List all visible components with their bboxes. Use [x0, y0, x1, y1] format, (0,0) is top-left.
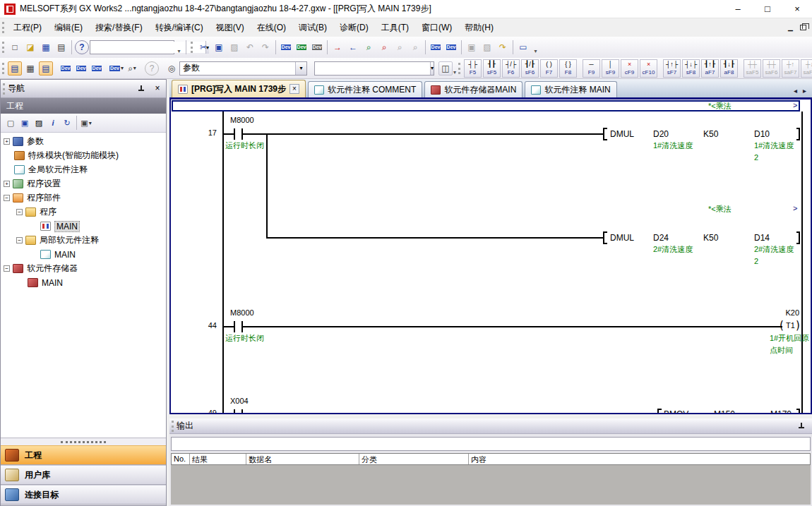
ladder-application-instruction-button[interactable]: { }F8	[559, 59, 577, 78]
ladder-op-result-rising-button[interactable]: ┼┼saF5	[744, 59, 761, 78]
ladder-delete-hline-button[interactable]: ×cF9	[621, 59, 638, 78]
refresh-icon[interactable]: ↻	[61, 116, 73, 129]
tree-item-global-comment[interactable]: 全局软元件注释	[14, 163, 88, 176]
read-from-plc-icon[interactable]: ←	[346, 40, 360, 54]
find-value-combo[interactable]: ▾	[314, 61, 434, 76]
open-contact-symbol[interactable]	[234, 321, 243, 332]
tree-item-program-setting[interactable]: +程序设置	[4, 177, 61, 191]
open-contact-symbol[interactable]	[234, 128, 243, 140]
pc-monitor-icon[interactable]: ▭	[516, 40, 530, 54]
toolbar-overflow-icon[interactable]: ▾	[174, 39, 184, 56]
comment-display-icon[interactable]: ▤	[39, 61, 53, 76]
instruction-operand[interactable]: D14	[754, 233, 770, 243]
device-on-icon[interactable]: Dev	[429, 40, 443, 54]
copy-icon[interactable]: ▣	[212, 40, 226, 54]
ladder-op-result-push-button[interactable]: ┼↓saF8	[801, 59, 812, 78]
minimize-button[interactable]: –	[723, 0, 753, 18]
column-no[interactable]: No.	[172, 454, 190, 464]
statement-selection-cursor[interactable]	[172, 100, 800, 112]
tab-comment[interactable]: 软元件注释 COMMENT	[308, 81, 422, 97]
menu-window[interactable]: 窗口(W)	[415, 19, 458, 37]
ladder-closed-contact-button[interactable]: ┤/├F6	[502, 59, 520, 78]
tab-device-memory-main[interactable]: 软元件存储器MAIN	[424, 81, 523, 97]
instruction-operand[interactable]: D10	[754, 129, 770, 139]
sort-icon[interactable]: ▣▾	[80, 116, 92, 129]
open-contact-symbol[interactable]	[234, 409, 243, 413]
device-display-icon[interactable]: Dev▾	[109, 61, 124, 76]
tab-comment-main[interactable]: 软元件注释 MAIN	[525, 81, 616, 97]
save-icon[interactable]: ▦	[39, 40, 53, 54]
column-data-name[interactable]: 数据名	[246, 454, 359, 464]
instruction-operand[interactable]: D24	[653, 233, 669, 243]
device-find-icon[interactable]: Dev	[59, 61, 73, 76]
tab-scroll-right-icon[interactable]: ▸	[803, 87, 806, 95]
mdi-restore-button[interactable]	[800, 25, 806, 30]
tab-close-icon[interactable]: ×	[289, 84, 299, 94]
instruction-operand[interactable]: D20	[653, 129, 669, 139]
pin-icon[interactable]	[796, 421, 806, 431]
tree-item-parameter[interactable]: +参数	[4, 135, 44, 148]
instruction-operand[interactable]: M150	[714, 409, 735, 413]
write-to-plc-icon[interactable]: →	[330, 40, 345, 54]
ladder-open-contact-button[interactable]: ┤├F5	[464, 59, 482, 78]
find-value-input[interactable]	[315, 63, 430, 74]
workspace-user-library-button[interactable]: 用户库	[1, 465, 166, 485]
instruction-operand[interactable]: M170	[770, 409, 792, 413]
column-result[interactable]: 结果	[190, 454, 246, 464]
ladder-delete-vline-button[interactable]: ×cF10	[640, 59, 657, 78]
workspace-splitter[interactable]	[1, 438, 166, 445]
menu-online[interactable]: 在线(O)	[251, 19, 292, 37]
ladder-coil-button[interactable]: ( )F7	[540, 59, 558, 78]
find-target-input[interactable]	[180, 63, 295, 74]
toolbar-overflow-icon[interactable]: ▾	[531, 39, 540, 56]
ladder-pulse-rising-button[interactable]: ┤↑├sF7	[663, 59, 681, 78]
cut-icon[interactable]: ✂	[196, 40, 210, 54]
tree-item-local-comment[interactable]: −局部软元件注释	[16, 234, 99, 247]
quick-access-combo[interactable]: ▾	[90, 40, 174, 54]
menu-edit[interactable]: 编辑(E)	[48, 19, 89, 37]
copy-data-icon[interactable]: ▣	[18, 116, 31, 129]
instruction-op[interactable]: DMUL	[610, 233, 634, 243]
watch-stop-icon[interactable]: ⌕	[408, 40, 422, 54]
workspace-project-button[interactable]: 工程	[1, 445, 166, 465]
tab-scroll-left-icon[interactable]: ◂	[794, 87, 797, 95]
tree-item-device-memory[interactable]: −软元件存储器	[4, 262, 78, 275]
tree-item-main-comment[interactable]: MAIN	[40, 248, 76, 261]
menu-help[interactable]: 帮助(H)	[458, 19, 500, 37]
expand-icon[interactable]: −	[16, 209, 23, 215]
coil-device[interactable]: T1	[786, 321, 795, 330]
paste-data-icon[interactable]: ▨	[32, 116, 45, 129]
expand-icon[interactable]: −	[4, 265, 10, 272]
watch-start-icon[interactable]: ⌕	[393, 40, 407, 54]
pin-icon[interactable]	[136, 84, 146, 94]
ladder-pulse-falling-button[interactable]: ┤↓├sF8	[682, 59, 700, 78]
column-content[interactable]: 内容	[469, 454, 810, 464]
monitor-start-icon[interactable]: ⌕	[362, 40, 376, 54]
new-data-icon[interactable]: ▢	[4, 116, 17, 129]
step-execution-icon[interactable]: ▣	[465, 40, 479, 54]
ladder-parallel-closed-button[interactable]: ┨/┠sF6	[521, 59, 539, 78]
intelligent-module-icon[interactable]: ▦	[23, 61, 37, 76]
combo-dropdown-icon[interactable]: ▾	[295, 62, 306, 75]
undo-icon[interactable]: ↶	[243, 40, 257, 54]
ladder-editor[interactable]: *<乘法 > 17 M8000 运行时长闭 DMUL D20 K50 D10 1…	[169, 97, 812, 414]
ladder-vline-button[interactable]: │sF9	[602, 59, 619, 78]
redo-icon[interactable]: ↷	[258, 40, 273, 54]
skip-execution-icon[interactable]: ▨	[480, 40, 494, 54]
expand-icon[interactable]: −	[4, 195, 10, 201]
menu-diagnostics[interactable]: 诊断(D)	[333, 19, 375, 37]
instruction-op[interactable]: DMUL	[610, 129, 634, 139]
close-button[interactable]: ×	[782, 0, 812, 18]
instruction-operand[interactable]: K50	[703, 233, 718, 243]
instruction-operand[interactable]: K50	[703, 129, 718, 139]
ladder-hline-button[interactable]: ─F9	[583, 59, 600, 78]
tree-item-pou[interactable]: −程序部件	[4, 191, 61, 205]
menu-convert-compile[interactable]: 转换/编译(C)	[149, 19, 210, 37]
ladder-pulse-rising-parallel-button[interactable]: ┨↑┠aF7	[701, 59, 719, 78]
menu-tools[interactable]: 工具(T)	[375, 19, 415, 37]
toolbar-overflow-icon[interactable]: ▾	[453, 60, 456, 77]
new-project-icon[interactable]: □	[8, 40, 22, 54]
tree-item-main-memory[interactable]: MAIN	[28, 276, 63, 289]
device-batch-icon[interactable]: Dev	[310, 40, 324, 54]
expand-icon[interactable]: +	[4, 181, 10, 187]
